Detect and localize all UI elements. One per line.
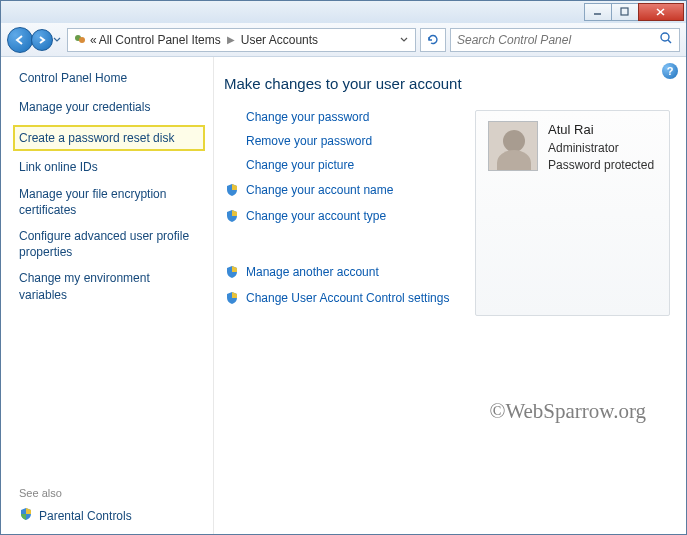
chevron-down-icon	[53, 37, 61, 43]
sidebar-link-password-reset-disk[interactable]: Create a password reset disk	[13, 125, 205, 151]
address-dropdown[interactable]	[397, 37, 411, 43]
help-button[interactable]: ?	[662, 63, 678, 79]
sidebar-link-profile-properties[interactable]: Configure advanced user profile properti…	[19, 228, 201, 260]
chevron-down-icon	[400, 37, 408, 43]
see-also-label: See also	[19, 487, 201, 499]
user-name: Atul Rai	[548, 121, 654, 140]
content-body: Control Panel Home Manage your credentia…	[1, 57, 686, 534]
back-button[interactable]	[7, 27, 33, 53]
watermark: ©WebSparrow.org	[489, 399, 646, 424]
link-change-password[interactable]: Change your password	[246, 110, 455, 124]
user-role: Administrator	[548, 140, 654, 157]
user-accounts-icon	[72, 32, 88, 48]
page-heading: Make changes to your user account	[224, 75, 670, 92]
minimize-button[interactable]	[584, 3, 612, 21]
breadcrumb-separator-icon: ▶	[227, 34, 235, 45]
nav-buttons	[7, 27, 63, 53]
breadcrumb-item-2[interactable]: User Accounts	[241, 33, 318, 47]
parental-controls-link[interactable]: Parental Controls	[19, 507, 201, 524]
user-info: Atul Rai Administrator Password protecte…	[548, 121, 654, 175]
close-icon	[655, 7, 667, 17]
control-panel-window: « All Control Panel Items ▶ User Account…	[0, 0, 687, 535]
link-change-type[interactable]: Change your account type	[246, 208, 455, 224]
nav-history-dropdown[interactable]	[51, 29, 63, 51]
user-card: Atul Rai Administrator Password protecte…	[475, 110, 670, 316]
maximize-button[interactable]	[611, 3, 639, 21]
forward-button[interactable]	[31, 29, 53, 51]
svg-rect-1	[621, 8, 628, 15]
svg-line-7	[668, 40, 671, 43]
shield-icon	[224, 208, 240, 224]
window-titlebar	[1, 1, 686, 23]
refresh-button[interactable]	[420, 28, 446, 52]
sidebar-link-encryption-certs[interactable]: Manage your file encryption certificates	[19, 186, 201, 218]
link-change-picture[interactable]: Change your picture	[246, 158, 455, 172]
sidebar-link-env-vars[interactable]: Change my environment variables	[19, 270, 201, 302]
user-avatar[interactable]	[488, 121, 538, 171]
arrow-left-icon	[14, 34, 26, 46]
user-protection: Password protected	[548, 157, 654, 174]
sidebar-title[interactable]: Control Panel Home	[19, 71, 201, 85]
svg-point-6	[661, 33, 669, 41]
breadcrumb-root[interactable]: «	[90, 33, 97, 47]
search-icon[interactable]	[659, 31, 673, 49]
arrow-right-icon	[37, 35, 47, 45]
link-remove-password[interactable]: Remove your password	[246, 134, 455, 148]
sidebar: Control Panel Home Manage your credentia…	[1, 57, 213, 534]
breadcrumb-item-1[interactable]: All Control Panel Items	[99, 33, 221, 47]
search-input[interactable]	[457, 33, 659, 47]
close-button[interactable]	[638, 3, 684, 21]
sidebar-link-online-ids[interactable]: Link online IDs	[19, 159, 201, 175]
link-uac-settings[interactable]: Change User Account Control settings	[246, 290, 455, 306]
shield-icon	[224, 264, 240, 280]
maximize-icon	[620, 7, 630, 17]
sidebar-link-credentials[interactable]: Manage your credentials	[19, 99, 201, 115]
search-box[interactable]	[450, 28, 680, 52]
address-bar[interactable]: « All Control Panel Items ▶ User Account…	[67, 28, 416, 52]
minimize-icon	[593, 8, 603, 16]
content-row: Change your password Remove your passwor…	[224, 110, 670, 316]
navigation-bar: « All Control Panel Items ▶ User Account…	[1, 23, 686, 57]
link-manage-another[interactable]: Manage another account	[246, 264, 455, 280]
shield-icon	[224, 290, 240, 306]
shield-icon	[224, 182, 240, 198]
svg-point-5	[79, 37, 85, 43]
parental-controls-label: Parental Controls	[39, 509, 132, 523]
link-change-name[interactable]: Change your account name	[246, 182, 455, 198]
action-links: Change your password Remove your passwor…	[224, 110, 455, 316]
shield-icon	[19, 507, 33, 524]
refresh-icon	[426, 33, 440, 47]
main-panel: ? Make changes to your user account Chan…	[213, 57, 686, 534]
